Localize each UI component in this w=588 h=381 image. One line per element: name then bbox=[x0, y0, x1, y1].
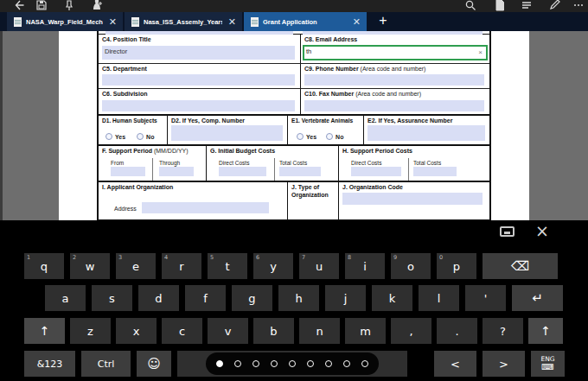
shift-right-key[interactable]: ↑ bbox=[528, 318, 563, 344]
key-w[interactable]: 2w bbox=[70, 253, 110, 279]
add-bookmark-icon[interactable] bbox=[90, 0, 104, 12]
key-d[interactable]: d bbox=[138, 285, 179, 311]
key-o[interactable]: 9o bbox=[391, 253, 431, 279]
clear-field-icon[interactable]: × bbox=[478, 49, 483, 56]
from-date-input[interactable] bbox=[111, 167, 145, 176]
key-q[interactable]: 1q bbox=[24, 253, 64, 279]
key-r[interactable]: 4r bbox=[162, 253, 201, 279]
key-y[interactable]: 6y bbox=[253, 253, 293, 279]
key-label: a bbox=[62, 292, 69, 305]
tab-nasa-iss-assemly-years[interactable]: Nasa_ISS_Assemly_Years ✕ bbox=[125, 12, 242, 31]
tab-close-icon[interactable]: ✕ bbox=[353, 17, 361, 27]
emoji-key[interactable]: ☺ bbox=[137, 351, 171, 377]
tab-nasa-warp-field-mechanics[interactable]: NASA_Warp_Field_Mechanics ✕ bbox=[7, 12, 123, 31]
space-key[interactable] bbox=[177, 351, 407, 377]
key-v[interactable]: v bbox=[208, 318, 248, 344]
key-label: o bbox=[407, 260, 414, 273]
language-key[interactable]: ENG⌨ bbox=[531, 351, 565, 377]
g-total-costs-input[interactable] bbox=[279, 167, 321, 176]
field-c8-email-address: C8. Email Address th × bbox=[300, 35, 489, 63]
key-l[interactable]: l bbox=[419, 285, 459, 311]
key-label: v bbox=[225, 325, 232, 338]
key-s[interactable]: s bbox=[92, 285, 132, 311]
shift-left-key[interactable]: ↑ bbox=[24, 318, 65, 344]
field-c9-phone-number: C9. Phone Number (Area code and number) bbox=[300, 64, 489, 88]
field-label: D1. Human Subjects bbox=[102, 117, 157, 124]
e1-no-radio[interactable]: No bbox=[326, 133, 343, 140]
key-k[interactable]: k bbox=[372, 285, 412, 311]
cursor-right-key[interactable]: > bbox=[483, 351, 525, 377]
key-label: p bbox=[453, 260, 460, 273]
sub-label: From bbox=[111, 160, 124, 166]
key-t[interactable]: 5t bbox=[208, 253, 247, 279]
assurance-number-input[interactable] bbox=[368, 125, 485, 141]
keyboard-close-icon[interactable]: × bbox=[533, 220, 552, 241]
reading-list-icon[interactable] bbox=[520, 0, 534, 12]
h-direct-costs-input[interactable] bbox=[351, 167, 401, 176]
d1-no-radio[interactable]: No bbox=[137, 133, 154, 140]
e1-yes-radio[interactable]: Yes bbox=[297, 133, 316, 140]
search-icon[interactable] bbox=[463, 0, 477, 12]
ctrl-key[interactable]: Ctrl bbox=[81, 351, 131, 377]
symbols-key[interactable]: &123 bbox=[24, 351, 75, 377]
address-input[interactable] bbox=[142, 202, 269, 213]
position-title-input[interactable]: Director bbox=[102, 46, 295, 60]
key-g[interactable]: g bbox=[232, 285, 272, 311]
keyboard-dock-icon[interactable] bbox=[500, 226, 514, 237]
cursor-left-key[interactable]: < bbox=[434, 351, 476, 377]
email-address-input[interactable]: th × bbox=[303, 45, 488, 60]
back-icon[interactable] bbox=[12, 0, 26, 12]
form-row-d-e: D1. Human Subjects Yes No D2. If Yes, Co… bbox=[99, 114, 489, 144]
tab-grant-application[interactable]: Grant Application ✕ bbox=[244, 12, 367, 31]
note-icon[interactable] bbox=[493, 0, 507, 12]
phone-number-input[interactable] bbox=[304, 74, 484, 86]
key-a[interactable]: a bbox=[45, 285, 86, 311]
subdivision-input[interactable] bbox=[102, 100, 295, 111]
key-?[interactable]: ? bbox=[483, 318, 523, 344]
pen-icon[interactable] bbox=[547, 0, 561, 12]
backspace-key[interactable]: ⌫ bbox=[483, 253, 558, 279]
key-e[interactable]: 3e bbox=[116, 253, 156, 279]
key-label: x bbox=[133, 325, 140, 338]
key-f[interactable]: f bbox=[185, 285, 226, 311]
key-'[interactable]: ' bbox=[465, 285, 506, 311]
save-icon[interactable] bbox=[35, 0, 48, 12]
key-z[interactable]: z bbox=[70, 318, 111, 344]
page-dot bbox=[252, 360, 259, 367]
key-i[interactable]: 8i bbox=[345, 253, 385, 279]
key-n[interactable]: n bbox=[299, 318, 340, 344]
key-label: d bbox=[155, 292, 162, 305]
key-x[interactable]: x bbox=[116, 318, 157, 344]
tab-bar: NASA_Warp_Field_Mechanics ✕ Nasa_ISS_Ass… bbox=[0, 12, 588, 31]
g-direct-costs-input[interactable] bbox=[219, 167, 266, 176]
pin-icon[interactable] bbox=[62, 0, 76, 12]
key-c[interactable]: c bbox=[162, 318, 202, 344]
key-,[interactable]: , bbox=[391, 318, 431, 344]
key-u[interactable]: 7u bbox=[299, 253, 339, 279]
through-date-input[interactable] bbox=[159, 167, 194, 176]
key-.[interactable]: . bbox=[437, 318, 477, 344]
tab-close-icon[interactable]: ✕ bbox=[109, 17, 117, 27]
field-label: J. Organization Code bbox=[342, 184, 403, 190]
d1-yes-radio[interactable]: Yes bbox=[105, 133, 125, 140]
key-m[interactable]: m bbox=[345, 318, 386, 344]
key-label: . bbox=[455, 325, 458, 338]
h-total-costs-input[interactable] bbox=[413, 167, 457, 176]
tab-close-icon[interactable]: ✕ bbox=[228, 17, 236, 27]
department-input[interactable] bbox=[102, 74, 295, 86]
enter-key[interactable]: ↵ bbox=[512, 285, 563, 311]
organization-code-input[interactable] bbox=[342, 193, 483, 205]
key-b[interactable]: b bbox=[253, 318, 294, 344]
field-c5-department: C5. Department bbox=[99, 64, 300, 88]
key-p[interactable]: 0p bbox=[437, 253, 476, 279]
key-j[interactable]: j bbox=[325, 285, 366, 311]
new-tab-button[interactable]: + bbox=[370, 12, 396, 31]
comp-number-input[interactable] bbox=[171, 125, 283, 141]
key-label: s bbox=[109, 292, 115, 305]
more-icon[interactable] bbox=[572, 0, 585, 12]
key-h[interactable]: h bbox=[278, 285, 319, 311]
fax-number-input[interactable] bbox=[304, 100, 484, 111]
form-row-c5-c9: C5. Department C9. Phone Number (Area co… bbox=[99, 63, 489, 88]
form-row-i-j: I. Applicant Organization Address J. Typ… bbox=[99, 181, 489, 219]
document-viewport[interactable]: C4. Position Title Director C8. Email Ad… bbox=[0, 31, 588, 220]
